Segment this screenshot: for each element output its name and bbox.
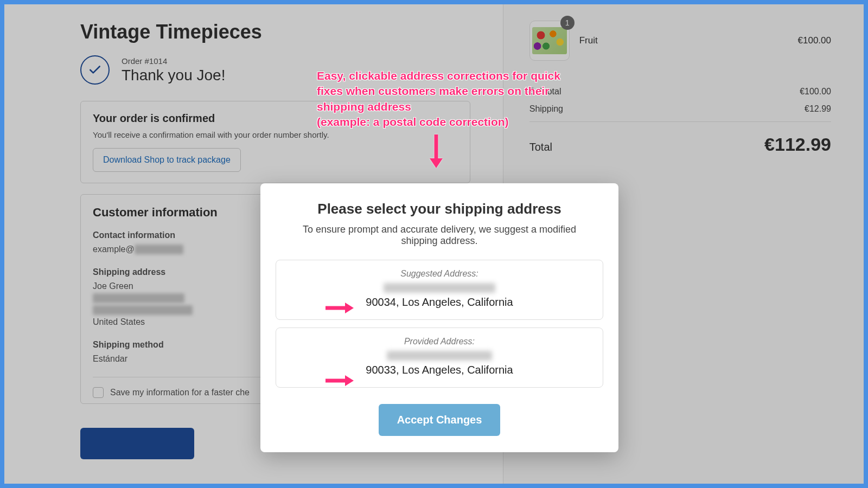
provided-address-option[interactable]: Provided Address: XXXX X XXXXXXXX XXXX 9…: [276, 328, 603, 388]
accept-changes-button[interactable]: Accept Changes: [379, 404, 501, 436]
modal-title: Please select your shipping address: [276, 201, 603, 217]
redacted-text: XXXX X XXXXXXXXXX XXX: [384, 283, 495, 293]
suggested-address-city: 90034, Los Angeles, California: [287, 296, 592, 309]
redacted-text: XXXX X XXXXXXXX XXXX: [387, 351, 493, 361]
modal-description: To ensure prompt and accurate delivery, …: [292, 224, 587, 247]
provided-address-label: Provided Address:: [287, 337, 592, 346]
provided-address-city: 90033, Los Angeles, California: [287, 364, 592, 376]
address-correction-modal: Please select your shipping address To e…: [260, 183, 618, 452]
suggested-address-label: Suggested Address:: [287, 269, 592, 279]
suggested-address-option[interactable]: Suggested Address: XXXX X XXXXXXXXXX XXX…: [276, 260, 603, 320]
